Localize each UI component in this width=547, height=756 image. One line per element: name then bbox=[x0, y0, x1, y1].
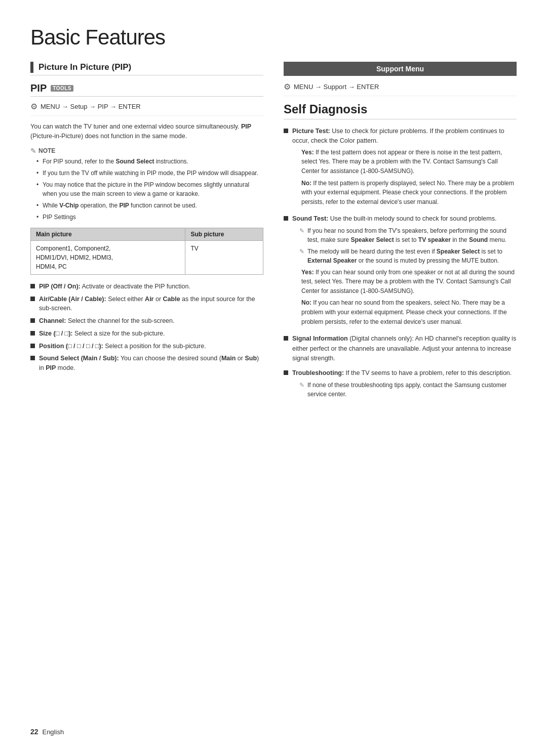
pip-label: PIP bbox=[30, 82, 47, 94]
bullet-icon bbox=[284, 370, 288, 375]
section-heading-text: Picture In Picture (PIP) bbox=[38, 62, 131, 72]
page-number: 22 bbox=[30, 728, 38, 736]
troubleshooting-notes: If none of these troubleshooting tips ap… bbox=[292, 381, 517, 399]
bullet-icon bbox=[30, 344, 35, 348]
picture-test-yes: Yes: If the test pattern does not appear… bbox=[301, 148, 517, 176]
item-label: Sound Test: Use the built-in melody soun… bbox=[292, 215, 496, 222]
bullet-icon bbox=[30, 356, 35, 360]
table-cell-sub: TV bbox=[185, 240, 263, 274]
sound-test-notes: If you hear no sound from the TV's speak… bbox=[292, 226, 517, 265]
item-label: Troubleshooting: If the TV seems to have… bbox=[292, 369, 512, 376]
sound-test-yes: Yes: If you can hear sound only from one… bbox=[301, 268, 517, 296]
sound-test-no: No: If you can hear no sound from the sp… bbox=[301, 298, 517, 326]
bullet-item: PIP (Off / On): Activate or deactivate t… bbox=[30, 282, 263, 291]
note-pen-icon: ✎ bbox=[30, 147, 36, 155]
pip-menu-path-text: MENU → Setup → PIP → ENTER bbox=[41, 103, 141, 110]
item-content: Troubleshooting: If the TV seems to have… bbox=[292, 368, 517, 401]
support-menu-path: ⚙ MENU → Support → ENTER bbox=[284, 82, 517, 96]
table-row: Component1, Component2,HDMI1/DVI, HDMI2,… bbox=[31, 240, 263, 274]
bullet-item: Air/Cable (Air / Cable): Select either A… bbox=[30, 295, 263, 314]
note-item: PIP Settings bbox=[36, 213, 263, 222]
pip-bullet-list: PIP (Off / On): Activate or deactivate t… bbox=[30, 282, 263, 373]
bullet-text: Air/Cable (Air / Cable): Select either A… bbox=[39, 295, 263, 314]
self-diagnosis-list: Picture Test: Use to check for picture p… bbox=[284, 127, 517, 401]
note-item: While V-Chip operation, the PIP function… bbox=[36, 201, 263, 210]
sub-note-item: The melody will be heard during the test… bbox=[299, 247, 517, 265]
bullet-icon bbox=[30, 284, 35, 288]
list-item-troubleshooting: Troubleshooting: If the TV seems to have… bbox=[284, 368, 517, 401]
list-item-signal-info: Signal Information (Digital channels onl… bbox=[284, 334, 517, 363]
menu-icon: ⚙ bbox=[284, 82, 291, 92]
bullet-text: Sound Select (Main / Sub): You can choos… bbox=[39, 354, 263, 373]
page-footer: 22 English bbox=[30, 728, 64, 736]
sub-note-item: If none of these troubleshooting tips ap… bbox=[299, 381, 517, 399]
bullet-text: PIP (Off / On): Activate or deactivate t… bbox=[39, 282, 190, 291]
note-section: ✎ NOTE For PIP sound, refer to the Sound… bbox=[30, 147, 263, 222]
support-menu-path-text: MENU → Support → ENTER bbox=[294, 83, 379, 91]
bullet-icon bbox=[284, 336, 288, 341]
bullet-text: Position (□ / □ / □ / □): Select a posit… bbox=[39, 342, 206, 351]
bullet-icon bbox=[30, 331, 35, 335]
note-label: ✎ NOTE bbox=[30, 147, 263, 155]
pip-table: Main picture Sub picture Component1, Com… bbox=[30, 228, 263, 275]
bullet-item: Channel: Select the channel for the sub-… bbox=[30, 316, 263, 326]
item-content: Signal Information (Digital channels onl… bbox=[292, 334, 517, 363]
note-item: If you turn the TV off while watching in… bbox=[36, 169, 263, 178]
list-item-sound-test: Sound Test: Use the built-in melody soun… bbox=[284, 214, 517, 329]
picture-test-no: No: If the test pattern is properly disp… bbox=[301, 179, 517, 207]
list-item-picture-test: Picture Test: Use to check for picture p… bbox=[284, 127, 517, 209]
item-content: Picture Test: Use to check for picture p… bbox=[292, 127, 517, 209]
bullet-text: Channel: Select the channel for the sub-… bbox=[39, 316, 175, 326]
pip-menu-path: ⚙ MENU → Setup → PIP → ENTER bbox=[30, 102, 263, 116]
bullet-icon bbox=[30, 318, 35, 323]
self-diagnosis-heading: Self Diagnosis bbox=[284, 102, 517, 119]
left-column: Picture In Picture (PIP) PIP TOOLS ⚙ MEN… bbox=[30, 62, 263, 378]
support-menu-header: Support Menu bbox=[284, 62, 517, 76]
table-header-main: Main picture bbox=[31, 228, 185, 240]
note-list: For PIP sound, refer to the Sound Select… bbox=[30, 157, 263, 222]
bullet-icon bbox=[30, 297, 35, 301]
item-label: Signal Information (Digital channels onl… bbox=[292, 335, 516, 362]
table-header-sub: Sub picture bbox=[185, 228, 263, 240]
bullet-icon bbox=[284, 129, 288, 133]
menu-icon: ⚙ bbox=[30, 102, 37, 111]
note-item: You may notice that the picture in the P… bbox=[36, 180, 263, 198]
pip-label-row: PIP TOOLS bbox=[30, 82, 263, 97]
note-item: For PIP sound, refer to the Sound Select… bbox=[36, 157, 263, 166]
item-content: Sound Test: Use the built-in melody soun… bbox=[292, 214, 517, 329]
bullet-item: Size (□ / □): Select a size for the sub-… bbox=[30, 329, 263, 339]
page-title: Basic Features bbox=[30, 25, 517, 50]
pip-description: You can watch the TV tuner and one exter… bbox=[30, 122, 263, 142]
bullet-text: Size (□ / □): Select a size for the sub-… bbox=[39, 329, 165, 339]
section-heading-pip: Picture In Picture (PIP) bbox=[30, 62, 263, 75]
page-language: English bbox=[42, 728, 64, 736]
right-column: Support Menu ⚙ MENU → Support → ENTER Se… bbox=[284, 62, 517, 406]
sub-note-item: If you hear no sound from the TV's speak… bbox=[299, 226, 517, 244]
tools-badge: TOOLS bbox=[51, 85, 73, 92]
table-cell-main: Component1, Component2,HDMI1/DVI, HDMI2,… bbox=[31, 240, 185, 274]
heading-bar-icon bbox=[30, 62, 33, 73]
item-label: Picture Test: Use to check for picture p… bbox=[292, 128, 504, 144]
bullet-icon bbox=[284, 216, 288, 221]
bullet-item: Position (□ / □ / □ / □): Select a posit… bbox=[30, 342, 263, 351]
bullet-item: Sound Select (Main / Sub): You can choos… bbox=[30, 354, 263, 373]
